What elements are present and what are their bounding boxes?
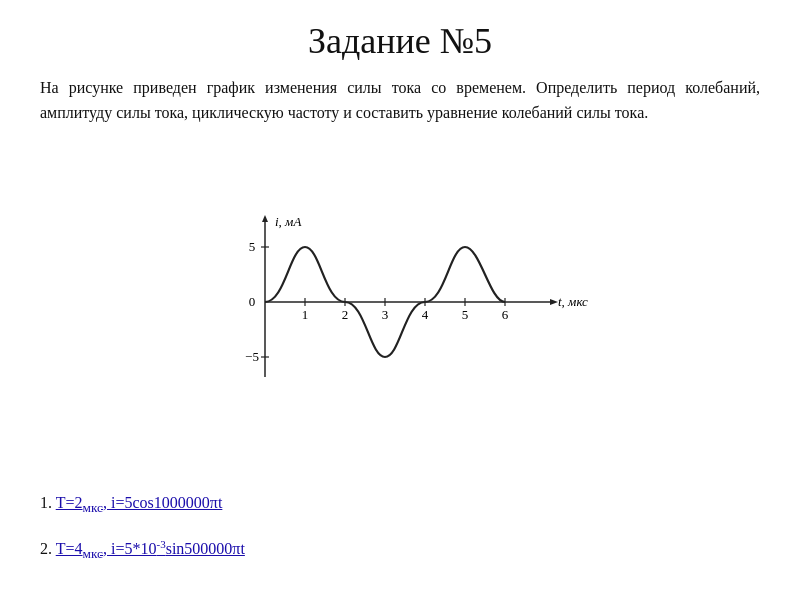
graph-svg: 5 0 −5 1 2 3 4 5 6 (210, 212, 590, 392)
answer-1-link[interactable]: T=2мкс, i=5cos1000000πt (56, 494, 223, 511)
page: Задание №5 На рисунке приведен график из… (0, 0, 800, 600)
x-arrow (550, 299, 558, 305)
answer-2: 2. T=4мкс, i=5*10-3sin500000πt (40, 535, 760, 567)
x-axis-label: t, мкс (558, 294, 588, 309)
y-axis-label: i, мА (275, 214, 301, 229)
answer-1-number: 1. (40, 494, 56, 511)
problem-text: На рисунке приведен график изменения сил… (40, 76, 760, 126)
x-tick-4: 4 (422, 307, 429, 322)
answer-2-number: 2. (40, 540, 56, 557)
x-tick-3: 3 (382, 307, 389, 322)
answer-2-link[interactable]: T=4мкс, i=5*10-3sin500000πt (56, 540, 245, 557)
answers-section: 1. T=2мкс, i=5cos1000000πt 2. T=4мкс, i=… (40, 489, 760, 580)
answer-1: 1. T=2мкс, i=5cos1000000πt (40, 489, 760, 520)
x-tick-2: 2 (342, 307, 349, 322)
x-tick-1: 1 (302, 307, 309, 322)
y-arrow (262, 215, 268, 222)
graph-container: 5 0 −5 1 2 3 4 5 6 (40, 136, 760, 466)
y-tick-n5: −5 (245, 349, 259, 364)
x-tick-6: 6 (502, 307, 509, 322)
y-tick-5: 5 (249, 239, 256, 254)
page-title: Задание №5 (40, 20, 760, 62)
y-tick-0: 0 (249, 294, 256, 309)
x-tick-5: 5 (462, 307, 469, 322)
